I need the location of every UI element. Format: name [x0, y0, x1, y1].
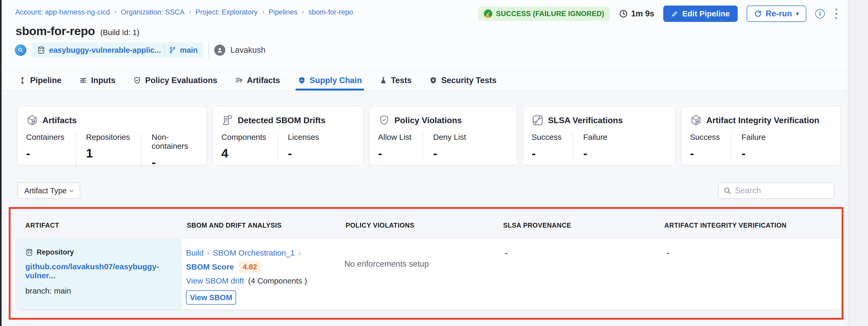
stat-integrity-failure: Failure -: [731, 133, 777, 160]
clock-icon: [619, 9, 628, 18]
tab-label: Pipeline: [30, 76, 61, 85]
summary-cards: Artifacts Containers - Repositories 1 No…: [18, 106, 841, 165]
tab-tests[interactable]: Tests: [379, 70, 412, 91]
slsa-provenance-cell: -: [505, 248, 507, 258]
execution-header: Account: app-harness-ng-cicd › Organizat…: [2, 0, 848, 70]
edit-pipeline-button[interactable]: Edit Pipeline: [663, 5, 738, 22]
artifact-type: Repository: [37, 248, 74, 256]
build-id: (Build Id: 1): [100, 28, 139, 37]
page-title: sbom-for-repo: [16, 24, 95, 38]
chevron-right-icon: ›: [189, 8, 191, 17]
pipeline-execution-page: Account: app-harness-ng-cicd › Organizat…: [2, 0, 848, 326]
search-input[interactable]: [735, 186, 840, 195]
cube-icon: [26, 114, 38, 126]
duration: 1m 9s: [619, 9, 654, 19]
stat-containers: Containers -: [26, 133, 75, 169]
chevron-right-icon: ›: [298, 249, 301, 257]
right-scroll-gutter[interactable]: [848, 0, 868, 326]
stat-repositories: Repositories 1: [75, 133, 141, 169]
branch-name[interactable]: main: [180, 46, 198, 55]
card-policy-violations: Policy Violations Allow List - Deny List…: [369, 106, 517, 165]
search-icon: [723, 187, 731, 195]
chevron-down-icon: ▾: [796, 10, 799, 17]
supply-chain-content: Artifacts Containers - Repositories 1 No…: [2, 91, 848, 326]
breadcrumb-organization[interactable]: Organization: SSCA: [121, 8, 185, 17]
breadcrumb: Account: app-harness-ng-cicd › Organizat…: [15, 8, 353, 17]
shield-check-icon: [133, 76, 142, 85]
tab-inputs[interactable]: Inputs: [79, 70, 116, 91]
triggered-by-user: Lavakush: [230, 45, 266, 55]
artifact-branch: branch: main: [25, 287, 182, 295]
card-sbom-drifts: Detected SBOM Drifts Components 4 Licens…: [213, 106, 364, 165]
view-sbom-button[interactable]: View SBOM: [186, 290, 236, 305]
sbom-cell: Build › SBOM Orchestration_1 › SBOM Scor…: [186, 248, 307, 305]
artifact-type-label: Artifact Type: [24, 187, 67, 195]
supply-chain-shield-icon: [298, 76, 306, 85]
stat-slsa-success: Success -: [532, 133, 572, 160]
chevron-right-icon: ›: [114, 8, 117, 17]
rerun-label: Re-run: [766, 9, 792, 19]
inputs-icon: [79, 76, 87, 85]
header-actions: ✓ SUCCESS (FAILURE IGNORED) 1m 9s Edit P…: [478, 5, 839, 22]
slsa-icon: [532, 114, 544, 126]
more-options-menu[interactable]: [834, 7, 839, 21]
column-header-artifact: ARTIFACT: [25, 222, 59, 229]
info-icon[interactable]: i: [815, 9, 825, 19]
sbom-score-link[interactable]: SBOM Score: [186, 262, 234, 271]
edit-icon: [671, 10, 679, 18]
column-header-slsa: SLSA PROVENANCE: [503, 222, 571, 229]
card-title: Artifact Integrity Verification: [706, 116, 819, 125]
chevron-right-icon: ›: [262, 8, 265, 17]
card-title: Detected SBOM Drifts: [238, 116, 326, 125]
sbom-score-badge: 4.82: [239, 261, 261, 273]
shield-check-icon: [378, 114, 390, 126]
repository-icon: [37, 46, 45, 54]
stage-link[interactable]: Build: [186, 249, 204, 257]
card-title: SLSA Verifications: [548, 116, 623, 125]
meta-divider: [209, 42, 209, 58]
cube-icon: [690, 114, 702, 126]
stat-integrity-success: Success -: [690, 133, 731, 160]
stat-non-containers: Non-containers -: [141, 133, 207, 169]
status-badge: ✓ SUCCESS (FAILURE IGNORED): [478, 7, 610, 21]
chevron-right-icon: ›: [207, 249, 210, 257]
tab-pipeline[interactable]: Pipeline: [19, 70, 61, 91]
tab-label: Tests: [391, 76, 412, 85]
repo-chip[interactable]: easybuggy-vulnerable-applic... main: [32, 42, 203, 58]
tab-label: Supply Chain: [310, 76, 362, 85]
tab-label: Inputs: [91, 76, 116, 85]
tab-label: Policy Evaluations: [145, 76, 217, 85]
step-link[interactable]: SBOM Orchestration_1: [213, 249, 295, 257]
stat-components: Components 4: [221, 133, 277, 160]
execution-tabs: Pipeline Inputs Policy Evaluations Artif…: [2, 70, 848, 91]
rerun-icon: [754, 10, 762, 18]
column-header-sbom: SBOM AND DRIFT ANALYSIS: [187, 222, 282, 229]
breadcrumb-current[interactable]: sbom-for-repo: [308, 8, 353, 17]
breadcrumb-pipelines[interactable]: Pipelines: [269, 8, 298, 17]
stat-allow-list: Allow List -: [378, 133, 423, 160]
breadcrumb-project[interactable]: Project: Exploratory: [195, 8, 258, 17]
tab-policy-evaluations[interactable]: Policy Evaluations: [133, 70, 217, 91]
stat-licenses: Licenses -: [277, 133, 330, 160]
highlighted-artifact-table: ARTIFACT SBOM AND DRIFT ANALYSIS POLICY …: [9, 207, 843, 320]
tab-artifacts[interactable]: Artifacts: [235, 70, 280, 91]
card-title: Artifacts: [42, 116, 77, 125]
chevron-down-icon: [68, 187, 75, 194]
view-sbom-drift-link[interactable]: View SBOM drift: [186, 276, 244, 285]
duration-value: 1m 9s: [631, 9, 654, 19]
artifacts-list-icon: [235, 76, 243, 85]
trigger-icon: [15, 44, 26, 56]
repo-name[interactable]: easybuggy-vulnerable-applic...: [49, 46, 161, 55]
tab-supply-chain[interactable]: Supply Chain: [298, 70, 362, 91]
column-header-policy: POLICY VIOLATIONS: [346, 222, 414, 229]
artifact-type-dropdown[interactable]: Artifact Type: [18, 183, 80, 199]
rerun-button[interactable]: Re-run ▾: [747, 5, 806, 22]
breadcrumb-account[interactable]: Account: app-harness-ng-cicd: [15, 8, 110, 17]
edit-pipeline-label: Edit Pipeline: [682, 9, 730, 18]
tab-security-tests[interactable]: Security Tests: [429, 70, 497, 91]
chip-divider: [165, 45, 165, 55]
security-shield-icon: [429, 76, 437, 85]
policy-violations-cell: No enforcements setup: [344, 259, 429, 269]
artifact-repo-link[interactable]: github.com/lavakush07/easybuggy-vulner..…: [25, 262, 182, 280]
user-avatar: [214, 44, 225, 56]
